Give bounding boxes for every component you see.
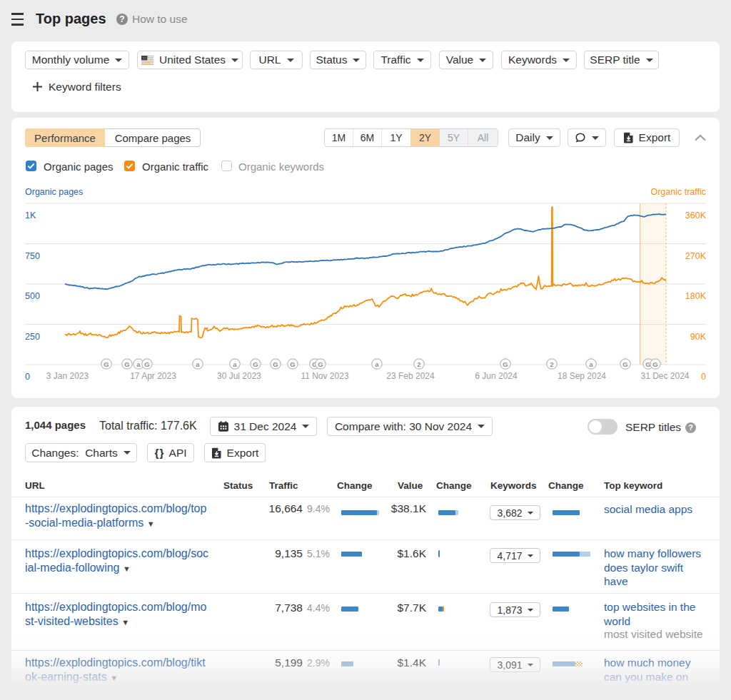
svg-text:G: G (124, 360, 129, 368)
svg-text:0: 0 (25, 372, 30, 382)
svg-text:a: a (375, 360, 379, 368)
svg-text:11 Nov 2023: 11 Nov 2023 (301, 371, 348, 381)
svg-text:750: 750 (25, 251, 40, 261)
svg-text:Organic pages: Organic pages (25, 187, 83, 197)
svg-text:G: G (144, 360, 149, 368)
svg-text:0: 0 (701, 372, 706, 382)
svg-text:2: 2 (417, 360, 420, 368)
svg-text:500: 500 (25, 291, 40, 301)
svg-text:G: G (652, 360, 657, 368)
svg-text:250: 250 (25, 332, 40, 342)
svg-text:23 Feb 2024: 23 Feb 2024 (386, 371, 435, 381)
svg-text:2: 2 (550, 360, 553, 368)
svg-text:G: G (273, 360, 278, 368)
svg-text:G: G (503, 360, 508, 368)
svg-text:30 Jul 2023: 30 Jul 2023 (217, 371, 261, 381)
svg-text:180K: 180K (685, 291, 707, 301)
svg-text:90K: 90K (690, 332, 707, 342)
svg-text:G: G (622, 360, 627, 368)
svg-text:a: a (196, 360, 200, 368)
svg-text:G: G (253, 360, 258, 368)
svg-text:a: a (589, 360, 593, 368)
svg-text:360K: 360K (685, 210, 707, 220)
svg-text:G: G (290, 360, 295, 368)
svg-text:31 Dec 2024: 31 Dec 2024 (640, 371, 689, 381)
svg-text:6 Jun 2024: 6 Jun 2024 (475, 371, 518, 381)
svg-text:18 Sep 2024: 18 Sep 2024 (558, 371, 606, 381)
svg-text:a: a (136, 360, 141, 368)
svg-text:1K: 1K (25, 210, 36, 220)
svg-text:Organic traffic: Organic traffic (650, 187, 706, 197)
svg-text:G: G (104, 360, 109, 368)
svg-text:270K: 270K (685, 251, 707, 261)
svg-text:3 Jan 2023: 3 Jan 2023 (46, 371, 89, 381)
svg-text:a: a (233, 360, 237, 368)
svg-text:17 Apr 2023: 17 Apr 2023 (130, 371, 176, 381)
svg-text:G: G (318, 360, 323, 368)
